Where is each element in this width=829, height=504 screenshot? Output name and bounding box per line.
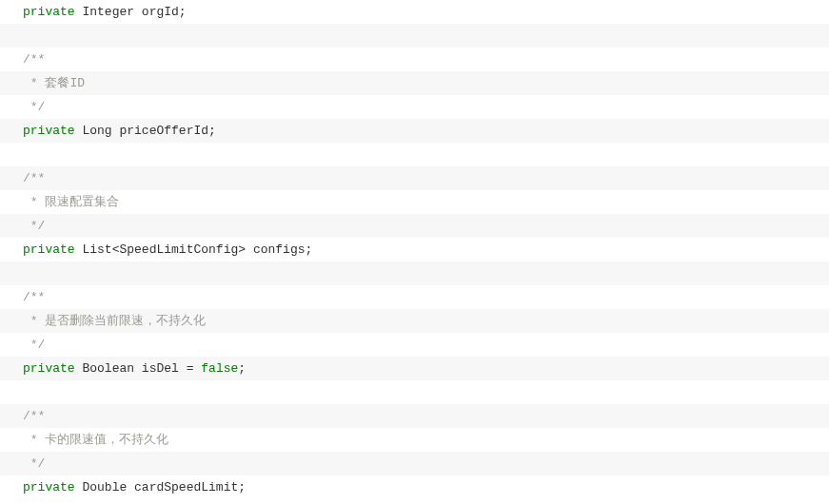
code-line: * 套餐ID (0, 71, 829, 95)
code-token: ; (238, 480, 246, 494)
code-token: false (201, 361, 238, 376)
code-line: /** (0, 285, 829, 309)
code-token: 套餐ID (45, 76, 85, 90)
code-token: /** (23, 409, 45, 423)
code-token: private (23, 480, 75, 494)
code-token: Boolean (82, 361, 134, 376)
code-token: * (23, 433, 38, 447)
code-token: cardSpeedLimit (134, 480, 238, 494)
code-line: * 卡的限速值，不持久化 (0, 428, 829, 452)
code-line: */ (0, 452, 829, 475)
code-token: List<SpeedLimitConfig> (82, 242, 246, 257)
code-token: ; (238, 361, 246, 376)
code-token: * (23, 195, 38, 209)
code-line: */ (0, 333, 829, 357)
code-token: private (23, 242, 75, 257)
code-block: private Integer orgId; /** * 套餐ID */priv… (0, 0, 829, 499)
code-token: 是否删除当前限速，不持久化 (45, 314, 206, 328)
code-token: /** (23, 290, 45, 304)
code-line: /** (0, 404, 829, 428)
code-token: */ (23, 219, 45, 233)
code-token: * (23, 314, 38, 328)
code-token: */ (23, 338, 45, 352)
code-token: 卡的限速值，不持久化 (45, 433, 168, 447)
code-token: ; (179, 5, 187, 19)
code-token: 限速配置集合 (45, 195, 119, 209)
code-line (0, 380, 829, 404)
code-token: Long (82, 124, 111, 138)
code-token: orgId (142, 5, 179, 19)
code-token: Integer (82, 5, 134, 19)
code-token (134, 5, 142, 19)
code-token: */ (23, 100, 45, 114)
code-token: * (23, 76, 38, 90)
code-line: /** (0, 48, 829, 71)
code-line: * 是否删除当前限速，不持久化 (0, 309, 829, 333)
code-token: configs (253, 242, 306, 257)
code-token: */ (23, 456, 45, 471)
code-token (179, 361, 187, 376)
code-token (127, 480, 134, 494)
code-token: /** (23, 171, 45, 185)
code-line: private Integer orgId; (0, 0, 829, 24)
code-token: private (23, 5, 75, 19)
code-line (0, 24, 829, 48)
code-line: /** (0, 166, 829, 190)
code-line (0, 262, 829, 285)
code-line: * 限速配置集合 (0, 190, 829, 214)
code-token: isDel (142, 361, 179, 376)
code-token: Double (82, 480, 127, 494)
code-token: /** (23, 52, 45, 67)
code-token: private (23, 361, 75, 376)
code-line: private Double cardSpeedLimit; (0, 475, 829, 499)
code-line: private List<SpeedLimitConfig> configs; (0, 238, 829, 262)
code-line: private Boolean isDel = false; (0, 357, 829, 380)
code-token: ; (305, 242, 312, 257)
code-line: private Long priceOfferId; (0, 119, 829, 143)
code-line (0, 143, 829, 166)
code-token (246, 242, 253, 257)
code-token: ; (208, 124, 216, 138)
code-token: priceOfferId (119, 124, 208, 138)
code-line: */ (0, 95, 829, 119)
code-token: private (23, 124, 75, 138)
code-token (134, 361, 142, 376)
code-line: */ (0, 214, 829, 238)
